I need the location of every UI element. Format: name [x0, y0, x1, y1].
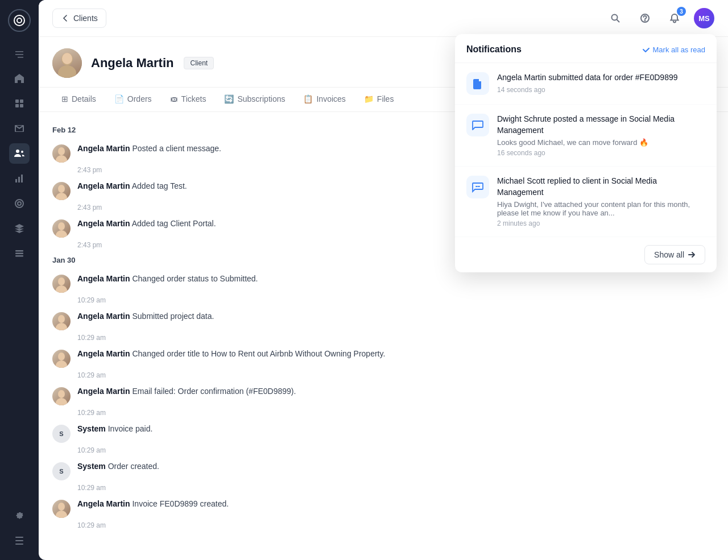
- timeline-avatar: [52, 350, 71, 368]
- sidebar-bottom-icon[interactable]: [9, 530, 30, 551]
- timeline-item: Angela Martin Email failed: Order confir…: [52, 386, 714, 405]
- notif-body: Dwight Schrute posted a message in Socia…: [497, 114, 705, 157]
- timeline-item: SSystem Order created.: [52, 461, 714, 480]
- timeline-text: Angela Martin Changed order status to Su…: [77, 273, 714, 285]
- svg-point-25: [58, 222, 65, 230]
- svg-rect-7: [18, 177, 20, 182]
- search-button[interactable]: [605, 8, 626, 28]
- timeline-avatar: [52, 500, 71, 518]
- tab-tickets[interactable]: 🎟 Tickets: [161, 88, 216, 111]
- details-icon: ⊞: [61, 94, 68, 103]
- sidebar-item-reports[interactable]: [9, 168, 30, 189]
- notification-item[interactable]: Angela Martin submitted data for order #…: [455, 63, 717, 105]
- svg-point-1: [17, 18, 22, 23]
- timeline-item: Angela Martin Invoice FE0D9899 created.: [52, 499, 714, 518]
- timeline-avatar: [52, 182, 71, 200]
- sidebar-item-stack[interactable]: [9, 243, 30, 264]
- svg-point-30: [56, 323, 67, 330]
- svg-rect-12: [15, 544, 23, 545]
- mark-all-read-button[interactable]: Mark all as read: [642, 45, 705, 54]
- back-button[interactable]: Clients: [52, 9, 106, 28]
- timeline-text: Angela Martin Submitted project data.: [77, 311, 714, 322]
- svg-point-33: [58, 390, 65, 398]
- tab-subscriptions[interactable]: 🔄 Subscriptions: [215, 88, 294, 111]
- show-all-button[interactable]: Show all: [644, 245, 705, 264]
- svg-point-29: [58, 315, 65, 323]
- help-button[interactable]: [635, 8, 655, 28]
- sidebar-item-settings[interactable]: [9, 505, 30, 526]
- notif-icon: [466, 72, 489, 95]
- svg-point-17: [645, 20, 646, 21]
- svg-rect-5: [20, 104, 23, 107]
- client-role-badge: Client: [184, 57, 214, 69]
- notification-item[interactable]: Dwight Schrute posted a message in Socia…: [455, 105, 717, 167]
- svg-point-26: [56, 230, 67, 238]
- notification-badge: 3: [677, 7, 686, 16]
- notifications-header: Notifications Mark all as read: [455, 34, 717, 63]
- timeline-avatar: [52, 144, 71, 163]
- svg-point-34: [56, 398, 67, 405]
- timeline-text: Angela Martin Invoice FE0D9899 created.: [77, 499, 714, 510]
- tab-orders[interactable]: 📄 Orders: [105, 88, 161, 111]
- back-label: Clients: [73, 14, 98, 23]
- notification-item[interactable]: Michael Scott replied to client in Socia…: [455, 167, 717, 237]
- orders-icon: 📄: [114, 94, 124, 103]
- timeline-timestamp: 10:29 am: [77, 409, 714, 417]
- tab-invoices[interactable]: 📋 Invoices: [294, 88, 354, 111]
- svg-rect-14: [15, 537, 23, 538]
- timeline-text: Angela Martin Changed order title to How…: [77, 349, 714, 360]
- notifications-button[interactable]: 3: [664, 8, 685, 28]
- svg-rect-6: [15, 179, 17, 182]
- notif-icon: [466, 114, 489, 136]
- timeline-item: Angela Martin Changed order status to Su…: [52, 273, 714, 293]
- notif-text: Angela Martin submitted data for order #…: [497, 72, 705, 84]
- notif-body: Michael Scott replied to client in Socia…: [497, 176, 705, 227]
- tab-details[interactable]: ⊞ Details: [52, 88, 105, 111]
- notifications-title: Notifications: [466, 44, 522, 55]
- timeline-avatar: [52, 275, 71, 293]
- invoices-icon: 📋: [303, 94, 313, 103]
- client-avatar-image: [52, 48, 82, 78]
- notif-time: 2 minutes ago: [497, 219, 705, 227]
- timeline-timestamp: 10:29 am: [77, 371, 714, 379]
- search-icon: [610, 13, 621, 23]
- page-header: Clients 3 MS: [39, 0, 728, 37]
- svg-point-28: [56, 285, 67, 293]
- user-avatar[interactable]: MS: [694, 8, 714, 28]
- timeline-timestamp: 10:29 am: [77, 334, 714, 342]
- timeline-timestamp: 10:29 am: [77, 296, 714, 304]
- timeline-timestamp: 10:29 am: [77, 521, 714, 529]
- sidebar-item-toggle[interactable]: [9, 43, 30, 64]
- timeline-avatar: [52, 312, 71, 330]
- svg-rect-10: [15, 253, 23, 255]
- notif-time: 16 seconds ago: [497, 149, 705, 157]
- sidebar-item-clients[interactable]: [9, 143, 30, 164]
- svg-point-36: [56, 511, 67, 518]
- notification-list: Angela Martin submitted data for order #…: [455, 63, 717, 237]
- svg-point-23: [58, 185, 65, 193]
- sidebar-item-marketing[interactable]: [9, 193, 30, 214]
- timeline-timestamp: 10:29 am: [77, 446, 714, 454]
- notif-icon: [466, 176, 489, 198]
- notif-body: Angela Martin submitted data for order #…: [497, 72, 705, 94]
- app-logo[interactable]: [8, 9, 31, 32]
- sidebar-item-layers[interactable]: [9, 218, 30, 239]
- svg-rect-2: [15, 99, 19, 103]
- tab-files[interactable]: 📁 Files: [355, 88, 403, 111]
- timeline-avatar: S: [52, 425, 71, 443]
- timeline-item: Angela Martin Submitted project data.: [52, 311, 714, 330]
- sidebar-item-orders[interactable]: [9, 93, 30, 114]
- sidebar-item-home[interactable]: [9, 68, 30, 89]
- svg-rect-8: [21, 175, 23, 182]
- timeline-text: Angela Martin Email failed: Order confir…: [77, 386, 714, 397]
- tickets-icon: 🎟: [170, 94, 178, 103]
- svg-rect-9: [15, 250, 23, 252]
- timeline-text: System Order created.: [77, 461, 714, 472]
- sidebar: [0, 0, 39, 560]
- timeline-item: SSystem Invoice paid.: [52, 424, 714, 443]
- subscriptions-icon: 🔄: [224, 94, 234, 103]
- back-arrow-icon: [61, 14, 70, 23]
- notifications-footer: Show all: [455, 237, 717, 272]
- timeline-text: System Invoice paid.: [77, 424, 714, 435]
- sidebar-item-inbox[interactable]: [9, 118, 30, 139]
